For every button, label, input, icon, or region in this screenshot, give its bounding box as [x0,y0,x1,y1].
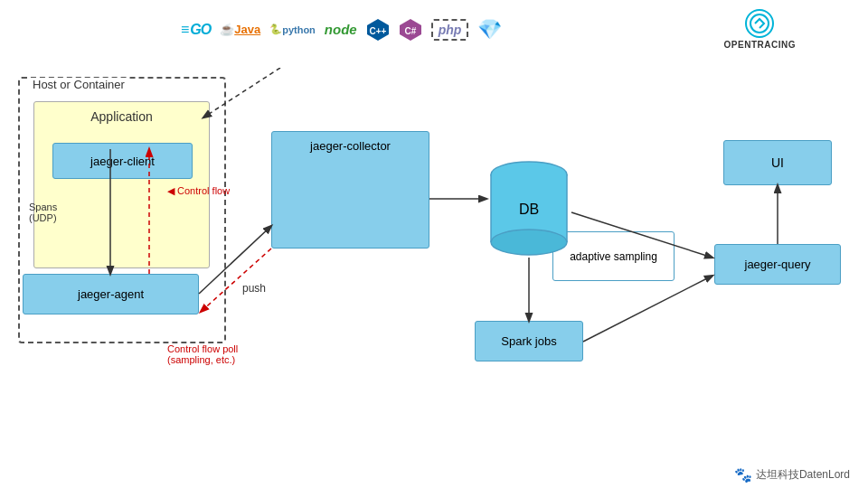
control-flow-label: ◀ Control flow [167,185,230,197]
go-logo: GO [181,22,211,38]
jaeger-agent-box: jaeger-agent [23,274,199,314]
watermark-text: 达坦科技DatenLord [756,467,850,483]
csharp-logo: C# [399,18,422,42]
ui-box: UI [723,140,832,185]
jaeger-query-box: jaeger-query [714,244,841,285]
adaptive-sampling-box: adaptive sampling [552,231,675,281]
opentracing-logo: OPENTRACING [724,9,796,50]
watermark-icon: 🐾 [734,466,752,483]
application-label: Application [34,102,209,129]
watermark: 🐾 达坦科技DatenLord [734,466,850,483]
svg-point-4 [750,14,769,33]
node-logo: node [325,22,357,37]
diagram: Host or Container Application jaeger-cli… [9,68,859,470]
jaeger-collector-box: jaeger-collector adaptive sampling [271,131,429,249]
push-label: push [242,282,266,295]
db-cylinder: DB [488,158,570,258]
svg-point-7 [491,230,567,255]
ruby-logo: 💎 [477,18,502,42]
svg-text:C++: C++ [369,26,386,36]
jaeger-client-box: jaeger-client [52,143,193,179]
java-logo: ☕ Java [220,23,260,36]
python-logo: 🐍 python [269,23,316,35]
spans-udp-label: Spans(UDP) [29,202,57,223]
jaeger-collector-label: jaeger-collector [272,132,429,153]
svg-text:C#: C# [404,26,416,36]
spark-jobs-box: Spark jobs [475,321,583,361]
host-label: Host or Container [29,78,128,91]
logos-bar: GO ☕ Java 🐍 python node C++ C# php 💎 [181,9,796,50]
svg-line-20 [583,276,712,342]
php-logo: php [431,19,469,41]
control-flow-poll-label: Control flow poll(sampling, etc.) [167,343,238,365]
cpp-logo: C++ [366,18,390,42]
svg-text:DB: DB [519,202,539,217]
